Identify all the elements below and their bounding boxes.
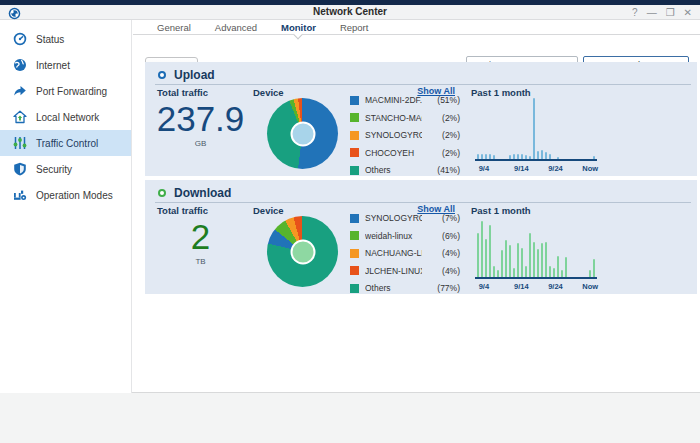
sidebar-item-operation-modes[interactable]: Operation Modes [0, 182, 131, 208]
sidebar-item-label: Traffic Control [36, 138, 98, 149]
window-titlebar: Network Center ?—❐✕ [0, 5, 700, 20]
upload-total-traffic-label: Total traffic [157, 87, 208, 98]
operation-modes-bridge-icon [13, 188, 27, 202]
legend-row: weidah-linux(6%) [350, 231, 460, 241]
download-total: 2 TB [153, 218, 248, 266]
legend-percentage: (2%) [428, 148, 460, 158]
sidebar-item-security[interactable]: Security [0, 156, 131, 182]
upload-device-pie-chart [267, 98, 338, 169]
upload-axis-ticks: 9/49/149/24Now [475, 164, 597, 174]
minimize-button[interactable]: — [647, 8, 657, 18]
legend-device-name: Others [365, 165, 422, 175]
download-total-value: 2 [153, 218, 248, 256]
sidebar-item-label: Operation Modes [36, 190, 113, 201]
sidebar-item-traffic-control[interactable]: Traffic Control [0, 130, 131, 156]
download-bars [477, 216, 595, 277]
tab-monitor[interactable]: Monitor [271, 20, 326, 34]
chart-bar [525, 155, 527, 159]
chart-bar [589, 270, 591, 277]
tab-general[interactable]: General [147, 20, 201, 34]
upload-section-title: Upload [174, 68, 215, 82]
download-axis-ticks: 9/49/149/24Now [475, 282, 597, 292]
chart-bar [545, 152, 547, 159]
download-bar-chart [475, 216, 597, 279]
chart-bar [521, 248, 523, 277]
status-gauge-icon [13, 32, 27, 46]
chart-bar [509, 155, 511, 159]
port-forwarding-arrow-icon [13, 84, 27, 98]
chart-bar [541, 150, 543, 159]
legend-percentage: (4%) [428, 266, 460, 276]
legend-swatch [350, 166, 359, 175]
help-button[interactable]: ? [632, 8, 638, 18]
legend-percentage: (7%) [428, 213, 460, 223]
maximize-button[interactable]: ❐ [666, 8, 675, 18]
main-area: GeneralAdvancedMonitorReport Settings De… [133, 20, 700, 393]
upload-bars [477, 98, 595, 159]
legend-swatch [350, 284, 359, 293]
legend-row: MACMINI-2DF...(51%) [350, 95, 460, 105]
sidebar-nav: StatusInternetPort ForwardingLocal Netwo… [0, 20, 132, 393]
download-section-title: Download [174, 186, 231, 200]
chart-bar [549, 154, 551, 159]
sidebar-item-status[interactable]: Status [0, 26, 131, 52]
legend-percentage: (4%) [428, 248, 460, 258]
legend-device-name: STANCHO-MAC [365, 113, 422, 123]
legend-device-name: NACHUANG-LI... [365, 248, 422, 258]
download-pie-hole [290, 239, 315, 264]
upload-legend: MACMINI-2DF...(51%)STANCHO-MAC(2%)SYNOLO… [350, 95, 460, 175]
download-total-traffic-label: Total traffic [157, 205, 208, 216]
upload-total-unit: GB [153, 139, 248, 148]
legend-row: SYNOLOGYRO...(7%) [350, 213, 460, 223]
chart-bar [517, 243, 519, 277]
legend-swatch [350, 214, 359, 223]
legend-swatch [350, 96, 359, 105]
chart-bar [489, 225, 491, 277]
axis-tick-label: 9/14 [514, 282, 529, 291]
legend-percentage: (51%) [428, 95, 460, 105]
chart-bar [513, 154, 515, 159]
window-body: StatusInternetPort ForwardingLocal Netwo… [0, 20, 700, 393]
security-shield-icon [13, 162, 27, 176]
axis-tick-label: 9/14 [514, 164, 529, 173]
download-device-label: Device [253, 205, 284, 216]
sidebar-item-internet[interactable]: Internet [0, 52, 131, 78]
tab-advanced[interactable]: Advanced [205, 20, 267, 34]
axis-tick-label: 9/24 [548, 282, 563, 291]
download-period-label: Past 1 month [471, 205, 531, 216]
upload-status-dot-icon [158, 71, 166, 79]
sidebar-item-label: Status [36, 34, 64, 45]
legend-swatch [350, 249, 359, 258]
chart-bar [557, 157, 559, 159]
traffic-control-sliders-icon [13, 136, 27, 150]
sidebar-item-local-network[interactable]: Local Network [0, 104, 131, 130]
legend-device-name: weidah-linux [365, 231, 422, 241]
legend-row: STANCHO-MAC(2%) [350, 113, 460, 123]
upload-pie-hole [290, 121, 315, 146]
chart-bar [481, 221, 483, 277]
legend-percentage: (2%) [428, 113, 460, 123]
chart-bar [517, 154, 519, 159]
legend-row: CHOCOYEH(2%) [350, 148, 460, 158]
upload-bar-chart [475, 98, 597, 161]
close-button[interactable]: ✕ [684, 8, 692, 18]
chart-bar [545, 242, 547, 277]
chart-bar [485, 154, 487, 159]
tab-report[interactable]: Report [330, 20, 379, 34]
sidebar-item-label: Port Forwarding [36, 86, 107, 97]
upload-total-value: 237.9 [153, 100, 248, 138]
divider [155, 202, 691, 203]
legend-percentage: (6%) [428, 231, 460, 241]
sidebar-item-label: Local Network [36, 112, 99, 123]
legend-device-name: MACMINI-2DF... [365, 95, 422, 105]
axis-tick-label: Now [582, 164, 598, 173]
axis-tick-label: 9/4 [479, 282, 489, 291]
chart-bar [493, 266, 495, 277]
sidebar-item-label: Security [36, 164, 72, 175]
legend-row: SYNOLOGYRO...(2%) [350, 130, 460, 140]
legend-row: NACHUANG-LI...(4%) [350, 248, 460, 258]
sidebar-item-port-forwarding[interactable]: Port Forwarding [0, 78, 131, 104]
legend-device-name: CHOCOYEH [365, 148, 422, 158]
chart-bar [533, 98, 535, 159]
axis-tick-label: Now [582, 282, 598, 291]
